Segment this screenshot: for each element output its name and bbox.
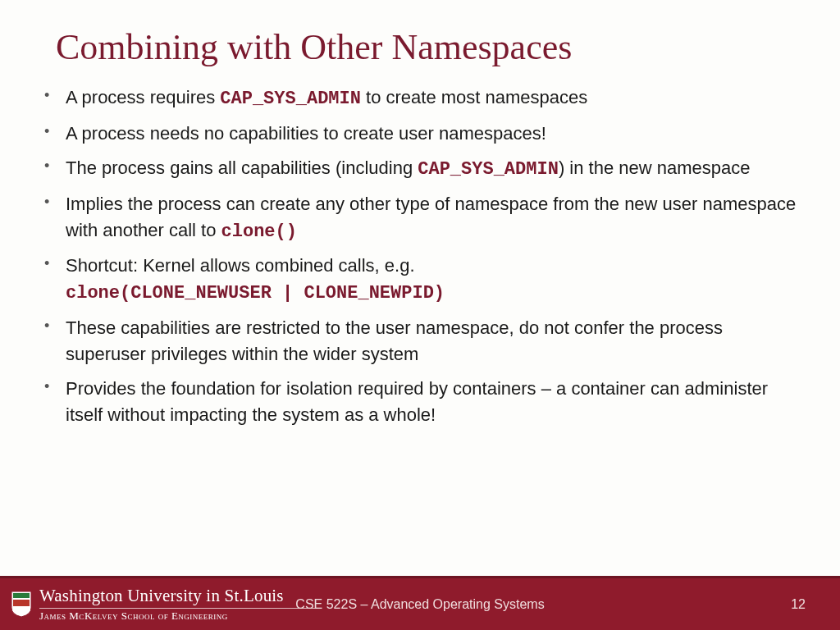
- code-text: CAP_SYS_ADMIN: [220, 89, 361, 109]
- course-label: CSE 522S – Advanced Operating Systems: [0, 597, 840, 612]
- slide-title: Combining with Other Namespaces: [0, 0, 840, 84]
- page-number: 12: [791, 597, 806, 612]
- slide-body: A process requires CAP_SYS_ADMIN to crea…: [0, 84, 840, 428]
- bullet-item: A process needs no capabilities to creat…: [39, 121, 801, 147]
- bullet-text: The process gains all capabilities (incl…: [66, 158, 418, 178]
- bullet-item: Shortcut: Kernel allows combined calls, …: [39, 253, 801, 307]
- bullet-text: ) in the new namespace: [559, 158, 751, 178]
- bullet-text: A process requires: [66, 87, 220, 107]
- bullet-item: Provides the foundation for isolation re…: [39, 376, 801, 428]
- bullet-item: Implies the process can create any other…: [39, 191, 801, 245]
- school-name: James McKelvey School of Engineering: [39, 610, 318, 622]
- bullet-item: These capabilities are restricted to the…: [39, 315, 801, 368]
- bullet-item: A process requires CAP_SYS_ADMIN to crea…: [39, 84, 801, 112]
- code-text: clone(CLONE_NEWUSER | CLONE_NEWPID): [66, 283, 445, 304]
- code-text: clone(): [221, 221, 297, 242]
- code-text: CAP_SYS_ADMIN: [418, 159, 559, 180]
- bullet-list: A process requires CAP_SYS_ADMIN to crea…: [39, 84, 801, 428]
- bullet-item: The process gains all capabilities (incl…: [39, 155, 801, 183]
- bullet-text: to create most namespaces: [361, 87, 587, 107]
- bullet-text: Implies the process can create any other…: [66, 194, 796, 240]
- slide-footer: Washington University in St.Louis James …: [0, 576, 840, 630]
- bullet-text: Shortcut: Kernel allows combined calls, …: [66, 255, 415, 276]
